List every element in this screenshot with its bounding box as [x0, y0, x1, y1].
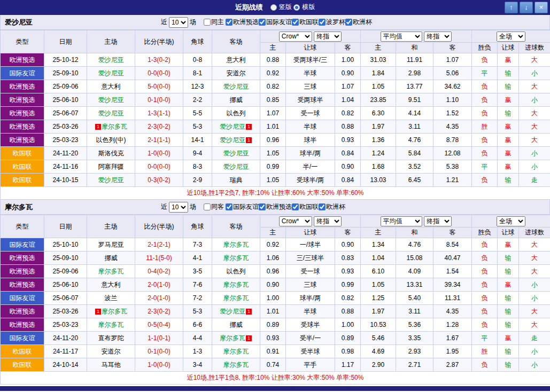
- match-date: 25-06-07: [44, 292, 87, 305]
- team-name-text: 摩尔多瓦: [223, 361, 249, 369]
- layout-radio[interactable]: 横版: [293, 3, 315, 12]
- match-count-select[interactable]: 10: [169, 202, 188, 213]
- checkbox-input[interactable]: [204, 203, 211, 210]
- score: 1-3(0-2): [135, 53, 183, 67]
- layout-radio[interactable]: 竖版: [270, 3, 292, 12]
- checkbox-input[interactable]: [259, 19, 266, 26]
- odds-source-select[interactable]: Crow*: [279, 216, 312, 226]
- match-row: 欧洲预选25-03-261摩尔多瓦2-3(0-2)5-3爱沙尼亚11.01半球0…: [1, 120, 550, 134]
- result-wdl: 负: [472, 107, 498, 120]
- away-team: 挪威: [212, 93, 260, 107]
- col-header-home: 主场: [87, 215, 135, 238]
- competition-checkbox[interactable]: 波罗杯: [319, 18, 345, 27]
- match-type-badge: 欧洲预选: [1, 134, 44, 147]
- avg-home-odds: 1.36: [361, 134, 396, 147]
- corner-score: 4-4: [183, 332, 212, 345]
- avg-select[interactable]: 平均值: [381, 216, 422, 226]
- checkbox-input[interactable]: [226, 203, 233, 210]
- avg-home-odds: 1.34: [361, 238, 396, 252]
- competition-checkbox[interactable]: 欧国联: [292, 202, 319, 211]
- match-type-badge: 欧洲预选: [1, 318, 44, 332]
- avg-away-odds: 1.28: [433, 318, 472, 332]
- match-type-badge: 欧洲预选: [1, 305, 44, 318]
- red-number-tag: 1: [246, 137, 252, 143]
- checkbox-input[interactable]: [226, 19, 233, 26]
- handicap-line: 半球: [286, 67, 335, 80]
- match-type-badge: 国际友谊: [1, 332, 44, 345]
- competition-checkbox[interactable]: 国际友谊: [226, 202, 259, 211]
- score: 2-3(0-2): [135, 120, 183, 134]
- move-up-button[interactable]: ↑: [505, 2, 518, 13]
- avg-home-odds: 31.03: [361, 53, 396, 67]
- checkbox-input[interactable]: [319, 203, 326, 210]
- move-down-button[interactable]: ↓: [520, 2, 533, 13]
- competition-checkbox[interactable]: 欧洲预选: [226, 18, 259, 27]
- competition-checkbox[interactable]: 欧洲预选: [259, 202, 292, 211]
- scope-group-header: 全场: [472, 215, 550, 228]
- avg-away-odds: 1.07: [433, 53, 472, 67]
- match-date: 25-03-23: [44, 134, 87, 147]
- match-count-select[interactable]: 10: [169, 17, 188, 28]
- home-team: 以色列(中): [87, 134, 135, 147]
- avg-select[interactable]: 平均值: [381, 32, 422, 42]
- corner-score: 7-2: [183, 292, 212, 305]
- filter-bar: 近 10 场 同客 国际友谊欧洲预选欧国联欧洲杯: [161, 202, 345, 213]
- avg-draw-odds: 4.76: [396, 134, 433, 147]
- away-odds: 0.90: [335, 160, 361, 174]
- away-odds: 0.90: [335, 67, 361, 80]
- score: 0-5(0-4): [135, 318, 183, 332]
- home-team: 摩尔多瓦: [87, 265, 135, 278]
- odds-time-select[interactable]: 终指: [314, 32, 342, 42]
- avg-time-select[interactable]: 终指: [424, 216, 452, 226]
- competition-checkbox[interactable]: 欧国联: [292, 18, 319, 27]
- odds-time-select[interactable]: 终指: [314, 216, 342, 226]
- same-venue-checkbox[interactable]: 同客: [204, 202, 224, 211]
- result-handicap: 输: [498, 265, 519, 278]
- competition-checkbox[interactable]: 欧洲杯: [319, 202, 345, 211]
- competition-checkbox[interactable]: 欧洲杯: [345, 18, 372, 27]
- col-header-home: 主场: [87, 30, 135, 53]
- scope-select[interactable]: 全场: [497, 216, 525, 226]
- team-name-text: 安道尔: [227, 69, 246, 77]
- match-date: 25-06-07: [44, 107, 87, 120]
- col-header-type: 类型: [1, 215, 44, 238]
- radio-icon: [293, 4, 300, 11]
- team-name-text: 爱沙尼亚: [223, 163, 249, 170]
- away-odds: 0.84: [335, 174, 361, 187]
- checkbox-label: 欧国联: [299, 18, 319, 27]
- match-date: 25-06-10: [44, 93, 87, 107]
- away-team: 以色列: [212, 107, 260, 120]
- home-odds: 1.05: [260, 174, 286, 187]
- match-date: 25-09-06: [44, 80, 87, 93]
- competition-checkbox[interactable]: 国际友谊: [259, 18, 292, 27]
- checkbox-input[interactable]: [259, 203, 266, 210]
- match-type-badge: 国际友谊: [1, 238, 44, 252]
- avg-away-odds: 12.08: [433, 147, 472, 160]
- match-row: 欧国联24-11-17安道尔0-1(0-0)1-3摩尔多瓦0.91受半球0.98…: [1, 345, 550, 358]
- corner-score: 6-6: [183, 318, 212, 332]
- scope-select[interactable]: 全场: [497, 32, 525, 42]
- checkbox-input[interactable]: [292, 203, 299, 210]
- score: 0-4(0-2): [135, 265, 183, 278]
- team-name-text: 摩尔多瓦: [223, 281, 249, 288]
- team-name: 爱沙尼亚: [1, 18, 161, 27]
- avg-home-odds: 1.97: [361, 120, 396, 134]
- sub-header-wdl: 胜负: [472, 228, 498, 238]
- odds-source-select[interactable]: Crow*: [279, 32, 312, 42]
- games-label: 场: [190, 18, 196, 27]
- checkbox-input[interactable]: [204, 19, 211, 26]
- avg-draw-odds: 3.11: [396, 305, 433, 318]
- close-button[interactable]: ×: [534, 2, 548, 13]
- home-team: 摩尔多瓦: [87, 318, 135, 332]
- away-team: 摩尔多瓦: [212, 358, 260, 372]
- result-wdl: 胜: [472, 345, 498, 358]
- result-handicap: 输: [498, 252, 519, 265]
- same-venue-checkbox[interactable]: 同主: [204, 18, 224, 27]
- avg-time-select[interactable]: 终指: [424, 32, 452, 42]
- sub-header-let: 让球: [498, 43, 519, 53]
- avg-home-odds: 1.25: [361, 292, 396, 305]
- checkbox-input[interactable]: [292, 19, 299, 26]
- result-goals: 大: [519, 305, 550, 318]
- checkbox-input[interactable]: [345, 19, 352, 26]
- checkbox-input[interactable]: [319, 19, 326, 26]
